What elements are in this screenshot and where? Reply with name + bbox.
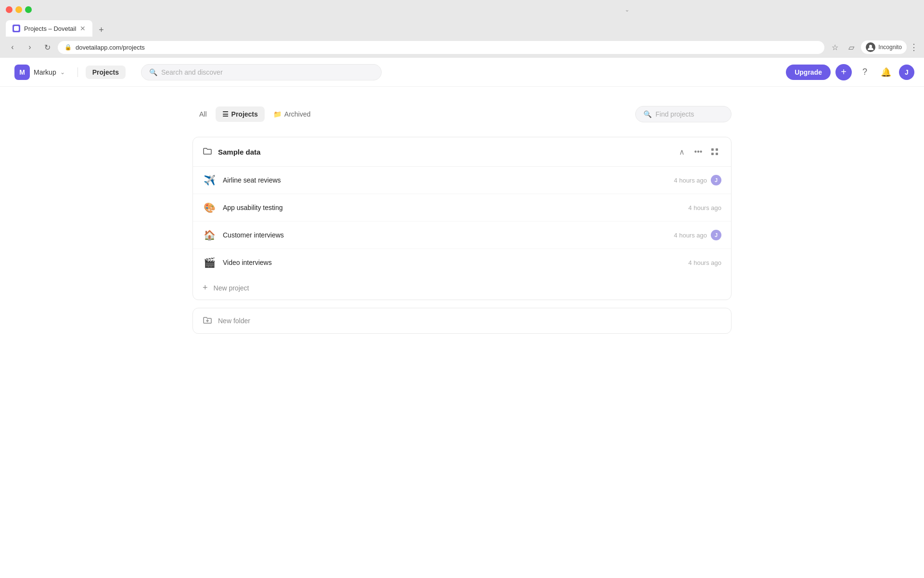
workspace-name: Markup bbox=[34, 68, 56, 76]
folder-header: Sample data ∧ ••• bbox=[193, 137, 731, 167]
traffic-lights bbox=[6, 6, 32, 13]
archived-tab-icon: 📁 bbox=[273, 110, 282, 118]
filter-bar: All ☰ Projects 📁 Archived 🔍 Find project… bbox=[192, 106, 732, 122]
url-text: dovetailapp.com/projects bbox=[76, 44, 818, 51]
find-projects-search-icon: 🔍 bbox=[643, 110, 652, 118]
search-field[interactable]: 🔍 Search and discover bbox=[141, 64, 382, 80]
tab-close-button[interactable]: ✕ bbox=[80, 25, 86, 32]
tab-bar: Projects – Dovetail ✕ + bbox=[0, 19, 924, 37]
filter-tab-all[interactable]: All bbox=[192, 106, 214, 122]
split-view-button[interactable]: ▱ bbox=[845, 40, 858, 54]
new-folder-icon bbox=[203, 315, 212, 327]
project-icon: 🏠 bbox=[203, 228, 216, 242]
bookmark-button[interactable]: ☆ bbox=[828, 40, 842, 54]
active-tab[interactable]: Projects – Dovetail ✕ bbox=[6, 20, 92, 37]
project-time: 4 hours ago bbox=[674, 177, 707, 184]
main-content: All ☰ Projects 📁 Archived 🔍 Find project… bbox=[173, 87, 751, 353]
project-meta: 4 hours ago J bbox=[674, 230, 721, 240]
project-name: Airline seat reviews bbox=[223, 176, 667, 184]
svg-rect-2 bbox=[716, 148, 718, 151]
new-folder-button[interactable]: New folder bbox=[193, 308, 731, 333]
new-tab-button[interactable]: + bbox=[94, 23, 108, 37]
project-user-avatar: J bbox=[711, 175, 721, 185]
header-search: 🔍 Search and discover bbox=[141, 64, 382, 80]
nav-divider bbox=[77, 67, 78, 77]
upgrade-button[interactable]: Upgrade bbox=[786, 65, 831, 80]
filter-tab-projects[interactable]: ☰ Projects bbox=[216, 106, 265, 122]
project-meta: 4 hours ago bbox=[688, 259, 721, 266]
project-user-avatar: J bbox=[711, 230, 721, 240]
folder-actions: ∧ ••• bbox=[675, 145, 721, 158]
tab-favicon bbox=[13, 25, 20, 32]
search-icon: 🔍 bbox=[149, 68, 157, 76]
project-icon: 🎬 bbox=[203, 256, 216, 269]
project-meta: 4 hours ago J bbox=[674, 175, 721, 185]
new-project-label: New project bbox=[214, 284, 249, 292]
maximize-window-button[interactable] bbox=[25, 6, 32, 13]
forward-button[interactable]: › bbox=[23, 40, 37, 54]
browser-actions: ☆ ▱ Incognito ⋮ bbox=[828, 40, 918, 54]
incognito-icon bbox=[866, 42, 875, 52]
find-projects-search[interactable]: 🔍 Find projects bbox=[635, 106, 732, 122]
svg-rect-1 bbox=[711, 148, 714, 151]
svg-rect-4 bbox=[716, 153, 718, 155]
folder-section: Sample data ∧ ••• bbox=[192, 137, 732, 300]
projects-nav-button[interactable]: Projects bbox=[86, 66, 126, 79]
browser-more-button[interactable]: ⋮ bbox=[910, 42, 918, 53]
folder-icon bbox=[203, 146, 212, 158]
find-projects-placeholder: Find projects bbox=[655, 110, 694, 118]
workspace-chevron-icon: ⌄ bbox=[60, 69, 65, 76]
filter-all-label: All bbox=[199, 110, 207, 118]
lock-icon: 🔒 bbox=[64, 44, 72, 51]
project-row[interactable]: 🏠 Customer interviews 4 hours ago J bbox=[193, 222, 731, 249]
title-bar: ⌄ bbox=[0, 0, 924, 19]
project-meta: 4 hours ago bbox=[688, 204, 721, 211]
folder-collapse-button[interactable]: ∧ bbox=[675, 145, 689, 158]
new-folder-section: New folder bbox=[192, 308, 732, 334]
address-field[interactable]: 🔒 dovetailapp.com/projects bbox=[58, 41, 824, 54]
back-button[interactable]: ‹ bbox=[6, 40, 19, 54]
project-name: App usability testing bbox=[223, 204, 681, 211]
incognito-button[interactable]: Incognito bbox=[861, 40, 907, 54]
refresh-button[interactable]: ↻ bbox=[40, 40, 54, 54]
project-row[interactable]: 🎬 Video interviews 4 hours ago bbox=[193, 249, 731, 276]
workspace-avatar: M bbox=[14, 65, 30, 80]
folder-grid-button[interactable] bbox=[708, 145, 721, 158]
minimize-window-button[interactable] bbox=[15, 6, 22, 13]
project-time: 4 hours ago bbox=[674, 232, 707, 239]
browser-chrome: ⌄ Projects – Dovetail ✕ + ‹ › ↻ 🔒 doveta… bbox=[0, 0, 924, 58]
tab-title: Projects – Dovetail bbox=[24, 25, 76, 32]
project-time: 4 hours ago bbox=[688, 259, 721, 266]
notifications-button[interactable]: 🔔 bbox=[878, 64, 894, 80]
header-right: Upgrade + ? 🔔 J bbox=[786, 64, 914, 80]
project-name: Customer interviews bbox=[223, 231, 667, 239]
new-project-button[interactable]: + New project bbox=[193, 276, 731, 300]
grid-icon bbox=[711, 148, 719, 156]
project-icon: ✈️ bbox=[203, 173, 216, 187]
close-window-button[interactable] bbox=[6, 6, 13, 13]
new-folder-label: New folder bbox=[218, 317, 250, 325]
project-time: 4 hours ago bbox=[688, 204, 721, 211]
project-icon: 🎨 bbox=[203, 201, 216, 214]
new-project-plus-icon: + bbox=[203, 283, 208, 293]
search-placeholder-text: Search and discover bbox=[161, 68, 223, 76]
projects-tab-icon: ☰ bbox=[222, 110, 229, 118]
user-avatar[interactable]: J bbox=[899, 65, 914, 80]
add-button[interactable]: + bbox=[835, 64, 852, 80]
project-list: ✈️ Airline seat reviews 4 hours ago J 🎨 … bbox=[193, 167, 731, 276]
workspace-button[interactable]: M Markup ⌄ bbox=[10, 62, 70, 83]
project-name: Video interviews bbox=[223, 259, 681, 266]
filter-tab-archived[interactable]: 📁 Archived bbox=[267, 106, 317, 122]
project-row[interactable]: ✈️ Airline seat reviews 4 hours ago J bbox=[193, 167, 731, 194]
more-icon: ••• bbox=[694, 147, 703, 156]
help-button[interactable]: ? bbox=[857, 64, 873, 80]
title-bar-chevron: ⌄ bbox=[625, 6, 629, 13]
collapse-icon: ∧ bbox=[679, 147, 685, 157]
filter-archived-label: Archived bbox=[284, 110, 310, 118]
folder-name: Sample data bbox=[218, 148, 669, 156]
incognito-label: Incognito bbox=[878, 44, 902, 51]
svg-rect-3 bbox=[711, 153, 714, 155]
app-header: M Markup ⌄ Projects 🔍 Search and discove… bbox=[0, 58, 924, 87]
project-row[interactable]: 🎨 App usability testing 4 hours ago bbox=[193, 194, 731, 222]
folder-more-button[interactable]: ••• bbox=[692, 145, 705, 158]
